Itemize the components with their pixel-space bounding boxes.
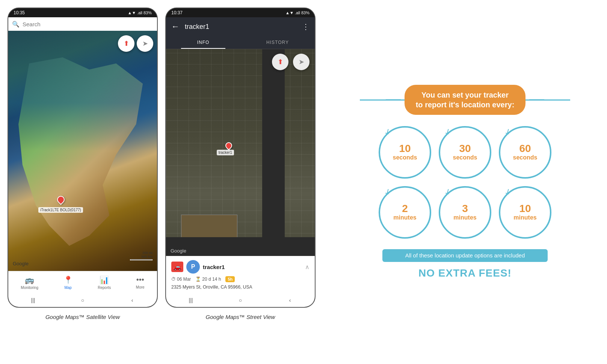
tracker-duration: 20 d 14 h <box>202 277 221 282</box>
nav-reports-label: Reports <box>98 286 111 290</box>
maps-search-bar[interactable]: 🔍 <box>8 17 157 31</box>
reports-icon: 📊 <box>100 275 109 284</box>
circle-unit-4: minutes <box>453 214 476 221</box>
arrow-icon-2: ➤ <box>299 58 304 66</box>
tracker-meta: ⏱ 06 Mar ⏳ 20 d 14 h 5h <box>171 276 310 282</box>
circle-number-5: 10 <box>519 203 531 214</box>
location-button-1[interactable]: ➤ <box>137 35 153 52</box>
android-home-btn-2[interactable]: ○ <box>235 297 246 303</box>
no-extra-fees-text: NO EXTRA FEES! <box>418 267 512 279</box>
signal-icons-2: ▲▼ .all 83% <box>285 11 310 15</box>
android-back-btn-2[interactable]: ‹ <box>284 297 296 303</box>
nav-more[interactable]: ••• More <box>136 275 145 289</box>
tracker-date: 06 Mar <box>177 277 191 282</box>
circle-30-seconds: ↙ 30 seconds <box>439 126 491 179</box>
chevron-up-icon[interactable]: ∧ <box>305 263 310 271</box>
satellite-map-area[interactable]: ⬆ ➤ iTrack1LTE BOLD(0177) Google 200 mi5… <box>8 31 157 271</box>
tracker-app-bar: ← tracker1 ⋮ <box>166 17 315 36</box>
status-bar-1: 10:35 ▲▼ .all 83% <box>8 8 157 17</box>
more-menu-button[interactable]: ⋮ <box>302 22 310 31</box>
circle-10-minutes: ↙ 10 minutes <box>499 186 551 239</box>
tracker-info-left: 🚗 P tracker1 <box>171 260 225 274</box>
tracker-name: tracker1 <box>203 264 225 270</box>
android-home-btn[interactable]: ○ <box>77 297 88 303</box>
phone-tracker-wrapper: 10:37 ▲▼ .all 83% ← tracker1 ⋮ INFO HIST… <box>165 8 316 320</box>
road-vertical <box>262 49 285 256</box>
tracker-address: 2325 Myers St, Oroville, CA 95966, USA <box>171 284 310 290</box>
phones-section: 10:35 ▲▼ .all 83% 🔍 ⬆ ➤ iTrack <box>0 0 323 328</box>
phone-satellite-caption: Google Maps™ Satellite View <box>45 314 120 320</box>
circle-number-1: 30 <box>459 143 471 154</box>
included-box: All of these location update options are… <box>382 249 548 262</box>
android-menu-btn[interactable]: ||| <box>27 297 39 303</box>
monitoring-icon: 🚌 <box>25 275 34 284</box>
circle-number-3: 2 <box>402 203 408 214</box>
circle-2-minutes: ↙ 2 minutes <box>379 186 431 239</box>
signal-text-1: ▲▼ .all 83% <box>128 11 152 15</box>
android-nav-2: ||| ○ ‹ <box>166 293 315 307</box>
tracker-car-icon: 🚗 <box>171 262 183 272</box>
phone-tracker: 10:37 ▲▼ .all 83% ← tracker1 ⋮ INFO HIST… <box>165 8 316 308</box>
circle-unit-1: seconds <box>453 154 477 161</box>
tracker-label-2: tracker1 <box>217 150 234 155</box>
circle-unit-2: seconds <box>513 154 538 161</box>
tracker-label-1: iTrack1LTE BOLD(0177) <box>38 207 83 213</box>
arrow-icon-1: ➤ <box>142 39 148 48</box>
compass-button-1[interactable]: ⬆ <box>118 35 134 52</box>
status-bar-2: 10:37 ▲▼ .all 83% <box>166 8 315 17</box>
phone-satellite-wrapper: 10:35 ▲▼ .all 83% 🔍 ⬆ ➤ iTrack <box>8 8 158 320</box>
info-graphic-panel: You can set your trackerto report it's l… <box>323 0 607 364</box>
arrow-indicator-3: ↙ <box>502 126 513 138</box>
tab-info[interactable]: INFO <box>166 36 240 49</box>
arrow-indicator-6: ↙ <box>502 186 513 198</box>
search-input[interactable] <box>23 21 153 27</box>
android-menu-btn-2[interactable]: ||| <box>185 297 196 303</box>
compass-button-2[interactable]: ⬆ <box>272 54 288 70</box>
tracker-tabs: INFO HISTORY <box>166 36 315 49</box>
google-watermark-2: Google <box>171 248 186 254</box>
tab-history[interactable]: HISTORY <box>240 36 315 49</box>
phone-satellite: 10:35 ▲▼ .all 83% 🔍 ⬆ ➤ iTrack <box>8 8 158 308</box>
google-watermark-1: Google <box>13 261 29 266</box>
tracker-info-header: 🚗 P tracker1 ∧ <box>171 260 310 274</box>
info-banner: You can set your trackerto report it's l… <box>405 85 526 115</box>
circle-number-4: 3 <box>462 203 468 214</box>
arrow-indicator-4: ↙ <box>382 186 393 198</box>
badge-5h: 5h <box>225 276 235 282</box>
scale-bar-1: 200 mi500 km <box>130 251 153 260</box>
arrow-indicator-5: ↙ <box>442 186 453 198</box>
circle-60-seconds: ↙ 60 seconds <box>499 126 551 179</box>
tracker-info-panel: 🚗 P tracker1 ∧ ⏱ 06 Mar ⏳ 20 d 14 h <box>166 256 315 293</box>
parking-map-bg <box>166 49 315 256</box>
nav-map[interactable]: 📍 Map <box>63 275 73 290</box>
timer-icon: ⏳ <box>195 277 201 282</box>
circle-3-minutes: ↙ 3 minutes <box>439 186 491 239</box>
clock-icon: ⏱ <box>171 277 176 282</box>
circle-unit-3: minutes <box>393 214 416 221</box>
map-icon: 📍 <box>63 275 73 284</box>
scale-text-1: 200 mi500 km <box>141 251 153 259</box>
nav-more-label: More <box>136 285 145 289</box>
signal-text-2: ▲▼ .all 83% <box>285 11 310 15</box>
signal-icons-1: ▲▼ .all 83% <box>128 11 152 15</box>
arrow-indicator-2: ↙ <box>442 126 453 138</box>
satellite-map-bg <box>8 31 157 271</box>
location-button-2[interactable]: ➤ <box>293 54 310 70</box>
tracker-duration-group: ⏳ 20 d 14 h <box>195 277 221 282</box>
back-button[interactable]: ← <box>171 22 180 32</box>
tracker-map-area[interactable]: ⬆ ➤ tracker1 Google <box>166 49 315 256</box>
phone-tracker-caption: Google Maps™ Street View <box>206 314 275 320</box>
circles-grid: ↙ 10 seconds ↙ 30 seconds ↙ 60 seconds ↙… <box>379 126 551 239</box>
circle-unit-5: minutes <box>513 214 536 221</box>
nav-reports[interactable]: 📊 Reports <box>98 275 111 290</box>
android-back-btn[interactable]: ‹ <box>127 297 138 303</box>
time-1: 10:35 <box>14 10 25 15</box>
tracker-date-group: ⏱ 06 Mar <box>171 277 191 282</box>
included-text: All of these location update options are… <box>405 252 525 259</box>
circle-unit-0: seconds <box>393 154 417 161</box>
compass-icon-1: ⬆ <box>124 39 129 48</box>
nav-monitoring-label: Monitoring <box>21 286 38 290</box>
arrow-indicator-1: ↙ <box>382 126 393 138</box>
nav-monitoring[interactable]: 🚌 Monitoring <box>21 275 38 290</box>
nav-map-label: Map <box>64 286 71 290</box>
